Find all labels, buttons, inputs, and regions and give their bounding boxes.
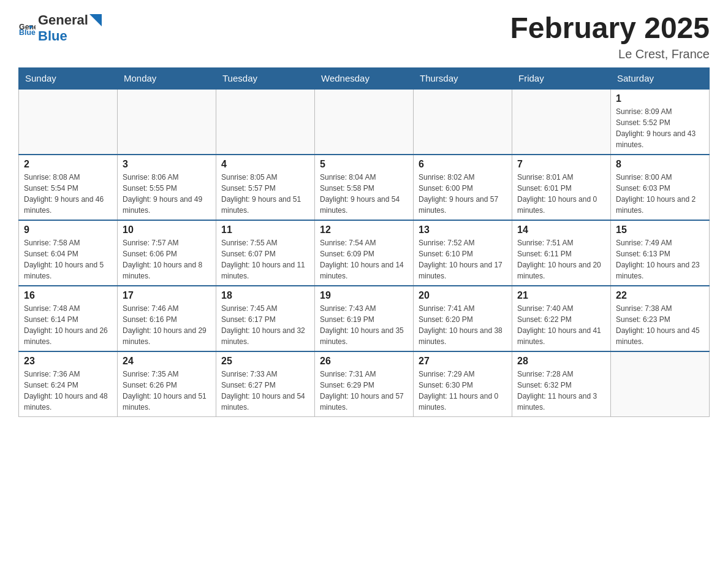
calendar-cell: 25Sunrise: 7:33 AM Sunset: 6:27 PM Dayli… [216,351,315,417]
day-info: Sunrise: 7:33 AM Sunset: 6:27 PM Dayligh… [221,369,309,413]
day-number: 17 [123,290,211,301]
calendar-cell: 19Sunrise: 7:43 AM Sunset: 6:19 PM Dayli… [315,286,414,351]
calendar-cell [118,89,216,155]
day-number: 19 [320,290,408,301]
calendar-cell [414,89,512,155]
day-number: 4 [221,159,309,170]
day-info: Sunrise: 7:55 AM Sunset: 6:07 PM Dayligh… [221,237,309,282]
col-header-saturday: Saturday [611,67,710,89]
day-number: 10 [123,224,211,236]
day-info: Sunrise: 8:06 AM Sunset: 5:55 PM Dayligh… [123,172,211,216]
day-info: Sunrise: 7:46 AM Sunset: 6:16 PM Dayligh… [123,303,211,347]
day-number: 22 [616,290,704,301]
calendar-cell: 14Sunrise: 7:51 AM Sunset: 6:11 PM Dayli… [512,220,611,286]
logo-triangle-icon [89,14,102,26]
day-info: Sunrise: 8:00 AM Sunset: 6:03 PM Dayligh… [616,172,704,216]
day-number: 24 [123,356,211,367]
day-number: 3 [123,159,211,170]
calendar-week-row: 1Sunrise: 8:09 AM Sunset: 5:52 PM Daylig… [19,89,710,155]
calendar-title: February 2025 [510,12,710,45]
day-info: Sunrise: 7:28 AM Sunset: 6:32 PM Dayligh… [517,369,605,413]
svg-marker-3 [89,14,102,26]
calendar-cell: 23Sunrise: 7:36 AM Sunset: 6:24 PM Dayli… [19,351,118,417]
day-number: 9 [24,224,112,236]
day-info: Sunrise: 7:29 AM Sunset: 6:30 PM Dayligh… [419,369,507,413]
calendar-week-row: 16Sunrise: 7:48 AM Sunset: 6:14 PM Dayli… [19,286,710,351]
logo-blue-text: Blue [38,28,67,44]
logo-general-text: General [38,12,88,28]
calendar-cell: 22Sunrise: 7:38 AM Sunset: 6:23 PM Dayli… [611,286,710,351]
day-number: 18 [221,290,309,301]
day-number: 1 [616,93,704,104]
calendar-cell: 17Sunrise: 7:46 AM Sunset: 6:16 PM Dayli… [118,286,216,351]
day-info: Sunrise: 7:54 AM Sunset: 6:09 PM Dayligh… [320,237,408,282]
calendar-cell: 18Sunrise: 7:45 AM Sunset: 6:17 PM Dayli… [216,286,315,351]
col-header-sunday: Sunday [19,67,118,89]
calendar-cell: 27Sunrise: 7:29 AM Sunset: 6:30 PM Dayli… [414,351,512,417]
day-number: 12 [320,224,408,236]
calendar-cell: 6Sunrise: 8:02 AM Sunset: 6:00 PM Daylig… [414,155,512,220]
calendar-cell: 1Sunrise: 8:09 AM Sunset: 5:52 PM Daylig… [611,89,710,155]
day-info: Sunrise: 7:58 AM Sunset: 6:04 PM Dayligh… [24,237,112,282]
logo: General Blue General Blue [18,12,102,44]
day-info: Sunrise: 7:35 AM Sunset: 6:26 PM Dayligh… [123,369,211,413]
calendar-cell: 16Sunrise: 7:48 AM Sunset: 6:14 PM Dayli… [19,286,118,351]
day-number: 6 [419,159,507,170]
calendar-cell [512,89,611,155]
day-number: 15 [616,224,704,236]
day-info: Sunrise: 8:04 AM Sunset: 5:58 PM Dayligh… [320,172,408,216]
day-number: 8 [616,159,704,170]
calendar-cell: 10Sunrise: 7:57 AM Sunset: 6:06 PM Dayli… [118,220,216,286]
logo-icon: General Blue [18,20,36,37]
day-info: Sunrise: 7:57 AM Sunset: 6:06 PM Dayligh… [123,237,211,282]
page-header: General Blue General Blue February 2025 … [18,12,710,61]
calendar-header-row: SundayMondayTuesdayWednesdayThursdayFrid… [19,67,710,89]
calendar-cell: 4Sunrise: 8:05 AM Sunset: 5:57 PM Daylig… [216,155,315,220]
col-header-thursday: Thursday [414,67,512,89]
day-info: Sunrise: 8:05 AM Sunset: 5:57 PM Dayligh… [221,172,309,216]
calendar-cell: 9Sunrise: 7:58 AM Sunset: 6:04 PM Daylig… [19,220,118,286]
day-number: 21 [517,290,605,301]
day-number: 5 [320,159,408,170]
day-info: Sunrise: 7:38 AM Sunset: 6:23 PM Dayligh… [616,303,704,347]
calendar-cell [19,89,118,155]
calendar-cell: 28Sunrise: 7:28 AM Sunset: 6:32 PM Dayli… [512,351,611,417]
day-number: 16 [24,290,112,301]
day-info: Sunrise: 7:36 AM Sunset: 6:24 PM Dayligh… [24,369,112,413]
day-number: 14 [517,224,605,236]
day-number: 26 [320,356,408,367]
day-info: Sunrise: 7:43 AM Sunset: 6:19 PM Dayligh… [320,303,408,347]
day-number: 2 [24,159,112,170]
day-info: Sunrise: 7:41 AM Sunset: 6:20 PM Dayligh… [419,303,507,347]
day-info: Sunrise: 8:02 AM Sunset: 6:00 PM Dayligh… [419,172,507,216]
calendar-cell [315,89,414,155]
calendar-cell: 21Sunrise: 7:40 AM Sunset: 6:22 PM Dayli… [512,286,611,351]
calendar-cell: 11Sunrise: 7:55 AM Sunset: 6:07 PM Dayli… [216,220,315,286]
calendar-cell: 7Sunrise: 8:01 AM Sunset: 6:01 PM Daylig… [512,155,611,220]
calendar-cell: 8Sunrise: 8:00 AM Sunset: 6:03 PM Daylig… [611,155,710,220]
day-info: Sunrise: 7:31 AM Sunset: 6:29 PM Dayligh… [320,369,408,413]
svg-text:Blue: Blue [19,28,36,37]
calendar-subtitle: Le Crest, France [510,47,710,61]
calendar-cell: 20Sunrise: 7:41 AM Sunset: 6:20 PM Dayli… [414,286,512,351]
day-number: 7 [517,159,605,170]
day-info: Sunrise: 7:51 AM Sunset: 6:11 PM Dayligh… [517,237,605,282]
day-info: Sunrise: 8:01 AM Sunset: 6:01 PM Dayligh… [517,172,605,216]
col-header-monday: Monday [118,67,216,89]
day-info: Sunrise: 8:08 AM Sunset: 5:54 PM Dayligh… [24,172,112,216]
calendar-week-row: 2Sunrise: 8:08 AM Sunset: 5:54 PM Daylig… [19,155,710,220]
day-info: Sunrise: 7:40 AM Sunset: 6:22 PM Dayligh… [517,303,605,347]
day-info: Sunrise: 7:45 AM Sunset: 6:17 PM Dayligh… [221,303,309,347]
calendar-cell: 13Sunrise: 7:52 AM Sunset: 6:10 PM Dayli… [414,220,512,286]
calendar-cell: 2Sunrise: 8:08 AM Sunset: 5:54 PM Daylig… [19,155,118,220]
calendar-cell: 3Sunrise: 8:06 AM Sunset: 5:55 PM Daylig… [118,155,216,220]
day-number: 25 [221,356,309,367]
calendar-cell: 24Sunrise: 7:35 AM Sunset: 6:26 PM Dayli… [118,351,216,417]
col-header-tuesday: Tuesday [216,67,315,89]
col-header-wednesday: Wednesday [315,67,414,89]
calendar-cell: 12Sunrise: 7:54 AM Sunset: 6:09 PM Dayli… [315,220,414,286]
day-number: 23 [24,356,112,367]
day-number: 13 [419,224,507,236]
calendar-week-row: 23Sunrise: 7:36 AM Sunset: 6:24 PM Dayli… [19,351,710,417]
day-number: 28 [517,356,605,367]
